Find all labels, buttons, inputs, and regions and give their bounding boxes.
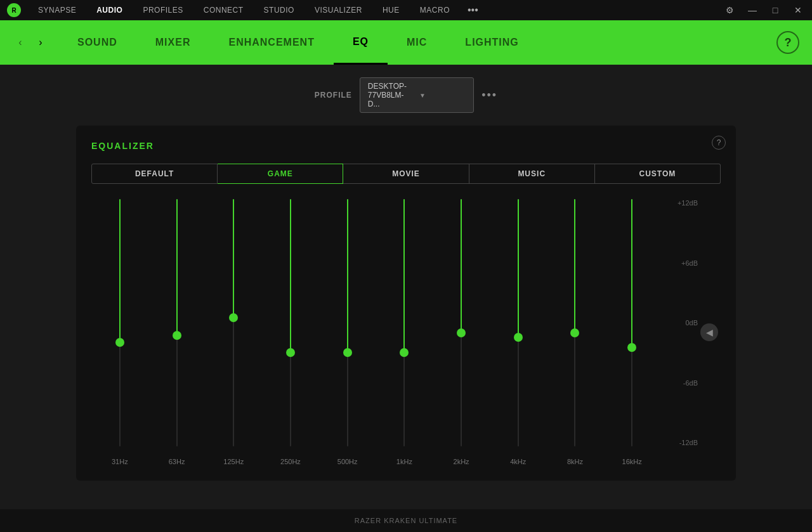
freq-label-8kHz: 8kHz bbox=[567, 458, 583, 465]
freq-label-31Hz: 31Hz bbox=[112, 458, 128, 465]
slider-col-2kHz: 2kHz bbox=[433, 199, 490, 465]
freq-label-500Hz: 500Hz bbox=[337, 458, 358, 465]
tab-lighting[interactable]: LIGHTING bbox=[446, 20, 537, 65]
freq-label-2kHz: 2kHz bbox=[454, 458, 469, 465]
freq-label-1kHz: 1kHz bbox=[396, 458, 412, 465]
profile-label: PROFILE bbox=[315, 91, 352, 100]
slider-col-125Hz: 125Hz bbox=[205, 199, 262, 465]
eq-right-controls: ◀ bbox=[698, 199, 721, 465]
top-nav-items: SYNAPSE AUDIO PROFILES CONNECT STUDIO VI… bbox=[28, 0, 721, 20]
secondary-nav-items: SOUND MIXER ENHANCEMENT EQ MIC LIGHTING bbox=[58, 20, 776, 65]
top-navigation: R SYNAPSE AUDIO PROFILES CONNECT STUDIO … bbox=[0, 0, 812, 20]
freq-label-4kHz: 4kHz bbox=[510, 458, 526, 465]
maximize-button[interactable]: □ bbox=[766, 1, 784, 19]
equalizer-panel: EQUALIZER ? DEFAULT GAME MOVIE MUSIC CUS… bbox=[76, 126, 736, 481]
slider-thumb-2kHz[interactable] bbox=[457, 328, 466, 337]
scale-6db: +6dB bbox=[681, 259, 698, 267]
settings-button[interactable]: ⚙ bbox=[721, 1, 738, 19]
nav-connect[interactable]: CONNECT bbox=[193, 0, 254, 20]
equalizer-title: EQUALIZER bbox=[91, 141, 721, 151]
nav-arrows: ‹ › bbox=[13, 35, 48, 50]
help-button[interactable]: ? bbox=[776, 31, 799, 54]
svg-text:R: R bbox=[11, 7, 16, 14]
chevron-down-icon: ▼ bbox=[419, 92, 466, 99]
nav-audio[interactable]: AUDIO bbox=[86, 0, 133, 20]
nav-more-button[interactable]: ••• bbox=[460, 0, 486, 20]
freq-label-250Hz: 250Hz bbox=[280, 458, 301, 465]
tab-enhancement[interactable]: ENHANCEMENT bbox=[209, 20, 333, 65]
close-button[interactable]: ✕ bbox=[789, 1, 807, 19]
eq-reset-button[interactable]: ◀ bbox=[700, 323, 718, 341]
nav-macro[interactable]: MACRO bbox=[410, 0, 460, 20]
scale-0db: 0dB bbox=[685, 319, 698, 327]
freq-label-125Hz: 125Hz bbox=[223, 458, 244, 465]
slider-thumb-31Hz[interactable] bbox=[115, 338, 124, 347]
freq-label-63Hz: 63Hz bbox=[169, 458, 185, 465]
slider-thumb-8kHz[interactable] bbox=[570, 328, 579, 337]
preset-default[interactable]: DEFAULT bbox=[91, 164, 218, 184]
slider-thumb-250Hz[interactable] bbox=[286, 348, 295, 357]
slider-thumb-500Hz[interactable] bbox=[343, 348, 352, 357]
slider-col-8kHz: 8kHz bbox=[547, 199, 604, 465]
slider-thumb-63Hz[interactable] bbox=[173, 331, 181, 340]
eq-sliders: 31Hz63Hz125Hz250Hz500Hz1kHz2kHz4kHz8kHz1… bbox=[91, 199, 660, 465]
secondary-navigation: ‹ › SOUND MIXER ENHANCEMENT EQ MIC LIGHT… bbox=[0, 20, 812, 65]
preset-game[interactable]: GAME bbox=[218, 164, 343, 184]
slider-col-1kHz: 1kHz bbox=[376, 199, 433, 465]
profile-value: DESKTOP-77VB8LM-D... bbox=[368, 82, 414, 108]
slider-col-250Hz: 250Hz bbox=[262, 199, 319, 465]
slider-col-500Hz: 500Hz bbox=[319, 199, 376, 465]
app-logo: R bbox=[5, 1, 23, 19]
profile-bar: PROFILE DESKTOP-77VB8LM-D... ▼ ••• bbox=[0, 65, 812, 126]
slider-col-31Hz: 31Hz bbox=[91, 199, 148, 465]
nav-studio[interactable]: STUDIO bbox=[254, 0, 304, 20]
tab-mic[interactable]: MIC bbox=[388, 20, 446, 65]
slider-thumb-16kHz[interactable] bbox=[627, 343, 636, 352]
tab-eq[interactable]: EQ bbox=[334, 20, 388, 65]
preset-movie[interactable]: MOVIE bbox=[343, 164, 469, 184]
nav-visualizer[interactable]: VISUALIZER bbox=[304, 0, 372, 20]
profile-more-button[interactable]: ••• bbox=[481, 89, 497, 102]
eq-sliders-container: 31Hz63Hz125Hz250Hz500Hz1kHz2kHz4kHz8kHz1… bbox=[91, 199, 721, 465]
slider-col-16kHz: 16kHz bbox=[603, 199, 660, 465]
slider-thumb-125Hz[interactable] bbox=[229, 313, 238, 322]
tab-sound[interactable]: SOUND bbox=[58, 20, 136, 65]
nav-synapse[interactable]: SYNAPSE bbox=[28, 0, 86, 20]
minimize-button[interactable]: — bbox=[743, 1, 761, 19]
slider-col-4kHz: 4kHz bbox=[490, 199, 547, 465]
slider-col-63Hz: 63Hz bbox=[148, 199, 206, 465]
slider-thumb-1kHz[interactable] bbox=[400, 348, 409, 357]
scale-neg12db: -12dB bbox=[679, 439, 698, 446]
preset-music[interactable]: MUSIC bbox=[469, 164, 595, 184]
forward-arrow[interactable]: › bbox=[33, 35, 48, 50]
device-name: RAZER KRAKEN ULTIMATE bbox=[355, 517, 457, 524]
preset-custom[interactable]: CUSTOM bbox=[595, 164, 721, 184]
eq-help-button[interactable]: ? bbox=[712, 136, 726, 150]
back-arrow[interactable]: ‹ bbox=[13, 35, 28, 50]
scale-12db: +12dB bbox=[678, 199, 698, 207]
window-controls: ⚙ — □ ✕ bbox=[721, 1, 807, 19]
tab-mixer[interactable]: MIXER bbox=[136, 20, 210, 65]
preset-buttons: DEFAULT GAME MOVIE MUSIC CUSTOM bbox=[91, 164, 721, 184]
scale-neg6db: -6dB bbox=[683, 379, 698, 387]
freq-label-16kHz: 16kHz bbox=[622, 458, 642, 465]
nav-hue[interactable]: HUE bbox=[372, 0, 410, 20]
status-bar: RAZER KRAKEN ULTIMATE bbox=[0, 509, 812, 532]
slider-thumb-4kHz[interactable] bbox=[514, 333, 523, 342]
profile-dropdown[interactable]: DESKTOP-77VB8LM-D... ▼ bbox=[360, 77, 474, 113]
nav-profiles[interactable]: PROFILES bbox=[133, 0, 193, 20]
eq-scale: +12dB +6dB 0dB -6dB -12dB bbox=[663, 199, 698, 446]
